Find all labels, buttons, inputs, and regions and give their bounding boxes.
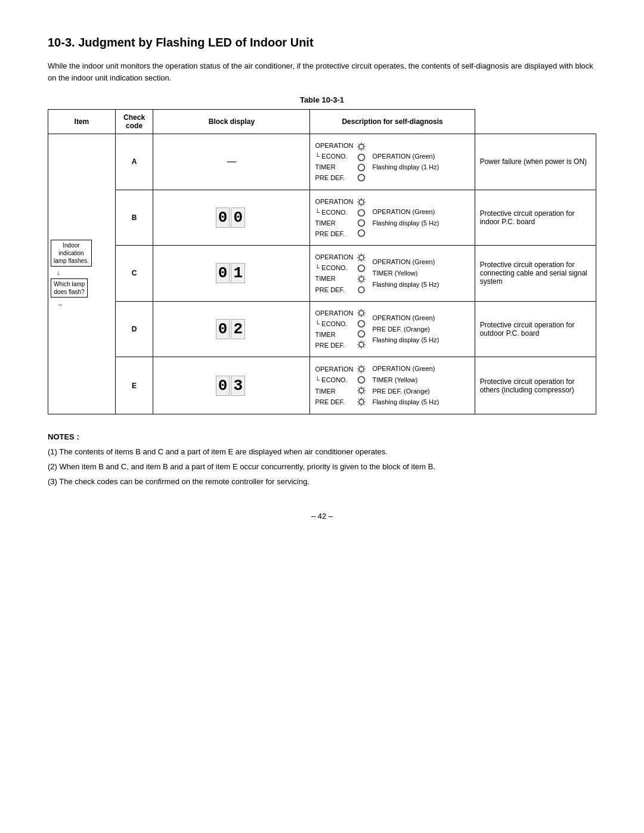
block-display-a: OPERATION └ ECONO. TIMER PRE DEF.	[310, 134, 475, 190]
svg-line-78	[358, 388, 359, 388]
diagram-box1: Indoorindicationlamp flashes.	[51, 240, 92, 267]
svg-line-68	[358, 366, 359, 367]
block-display-c: OPERATION └ ECONO. TIMER PRE DEF.	[310, 246, 475, 302]
check-code-a: —	[153, 134, 310, 190]
check-code-c: 0 1	[153, 246, 310, 302]
svg-line-48	[358, 310, 359, 311]
item-letter-c: C	[115, 246, 153, 302]
table-row: C 0 1 OPERATION └ ECONO. TIMER PRE DEF.	[48, 246, 596, 302]
svg-point-34	[359, 277, 364, 281]
circle-icon	[357, 320, 366, 328]
svg-line-20	[358, 205, 359, 205]
intro-text: While the indoor unit monitors the opera…	[48, 60, 596, 83]
svg-line-18	[364, 205, 364, 205]
svg-point-43	[359, 311, 364, 315]
sun-icon	[357, 253, 366, 262]
svg-line-69	[364, 371, 364, 372]
svg-point-22	[358, 220, 365, 227]
svg-line-41	[364, 276, 364, 277]
description-b: Protective circuit operation for indoor …	[475, 190, 596, 246]
digit-display-e: 0 3	[216, 376, 245, 396]
svg-point-54	[359, 342, 364, 347]
table-title: Table 10-3-1	[48, 95, 596, 104]
check-code-b: 0 0	[153, 190, 310, 246]
svg-line-60	[364, 347, 364, 348]
svg-line-90	[358, 404, 359, 405]
description-d: Protective circuit operation for outdoor…	[475, 301, 596, 357]
col-header-block: Block display	[153, 110, 310, 134]
note-item-1: (1) The contents of items B and C and a …	[48, 446, 596, 459]
circle-partial-icon	[357, 286, 366, 294]
svg-point-10	[358, 164, 365, 171]
svg-line-71	[358, 371, 359, 372]
circle-icon	[357, 264, 366, 272]
circle-icon	[357, 163, 366, 172]
svg-point-52	[358, 321, 365, 327]
svg-point-24	[359, 255, 364, 260]
note-item-3: (3) The check codes can be confirmed on …	[48, 476, 596, 488]
svg-line-62	[358, 347, 359, 348]
table-row: Indoorindicationlamp flashes. ↓ Which la…	[48, 134, 596, 190]
item-letter-b: B	[115, 190, 153, 246]
svg-point-82	[359, 400, 364, 404]
svg-line-5	[358, 144, 359, 144]
description-c: Protective circuit operation for connect…	[475, 246, 596, 302]
item-letter-a: A	[115, 134, 153, 190]
sun-icon-timer	[357, 274, 366, 284]
svg-point-21	[358, 210, 365, 216]
svg-line-87	[358, 399, 359, 400]
svg-line-51	[358, 315, 359, 316]
svg-line-80	[364, 388, 364, 388]
page-title: 10-3. Judgment by Flashing LED of Indoor…	[48, 36, 596, 49]
main-table: Item Check code Block display Descriptio…	[48, 109, 596, 414]
digit-display-d: 0 2	[216, 319, 245, 339]
circle-icon	[357, 330, 366, 338]
col-header-desc: Description for self-diagnosis	[310, 110, 475, 134]
page-number: – 42 –	[48, 512, 596, 521]
digit-display-b: 0 0	[216, 208, 245, 228]
svg-line-7	[364, 144, 364, 144]
sun-icon	[357, 142, 366, 151]
circle-icon	[357, 209, 366, 217]
description-e: Protective circuit operation for others …	[475, 357, 596, 414]
block-display-d: OPERATION └ ECONO. TIMER PRE DEF.	[310, 301, 475, 357]
svg-point-23	[358, 230, 365, 237]
svg-line-89	[364, 399, 364, 400]
svg-line-8	[358, 148, 359, 149]
svg-point-63	[359, 367, 364, 371]
svg-line-61	[364, 342, 364, 342]
item-letter-d: D	[115, 301, 153, 357]
svg-point-53	[358, 331, 365, 337]
table-row: D 0 2 OPERATION └ ECONO. TIMER PRE DEF.	[48, 301, 596, 357]
note-item-2: (2) When item B and C, and item B and a …	[48, 461, 596, 473]
sun-icon	[357, 197, 366, 207]
digit-display-c: 0 1	[216, 263, 245, 283]
sun-icon-predef	[357, 340, 366, 349]
svg-point-9	[358, 154, 365, 160]
svg-line-40	[364, 281, 364, 282]
svg-line-70	[364, 366, 364, 367]
circle-icon	[357, 174, 366, 182]
notes-title: NOTES :	[48, 432, 596, 441]
svg-line-88	[364, 404, 364, 405]
item-diagram-cell: Indoorindicationlamp flashes. ↓ Which la…	[48, 134, 116, 414]
svg-point-33	[358, 265, 365, 271]
notes-section: NOTES : (1) The contents of items B and …	[48, 432, 596, 488]
check-code-d: 0 2	[153, 301, 310, 357]
circle-icon	[357, 153, 366, 162]
circle-icon	[357, 229, 366, 237]
col-header-check: Check code	[115, 110, 153, 134]
svg-point-12	[359, 200, 364, 205]
svg-line-50	[364, 310, 364, 311]
description-a: Power failure (when power is ON)	[475, 134, 596, 190]
table-row: B 0 0 OPERATION └ ECONO. TIMER PRE DEF.	[48, 190, 596, 246]
svg-line-19	[364, 199, 364, 200]
svg-line-6	[364, 148, 364, 149]
sun-icon-timer-e	[357, 386, 366, 395]
svg-point-11	[358, 174, 365, 181]
svg-line-30	[364, 260, 364, 261]
svg-line-49	[364, 315, 364, 316]
svg-line-32	[358, 260, 359, 261]
check-code-e: 0 3	[153, 357, 310, 414]
svg-line-17	[358, 199, 359, 200]
